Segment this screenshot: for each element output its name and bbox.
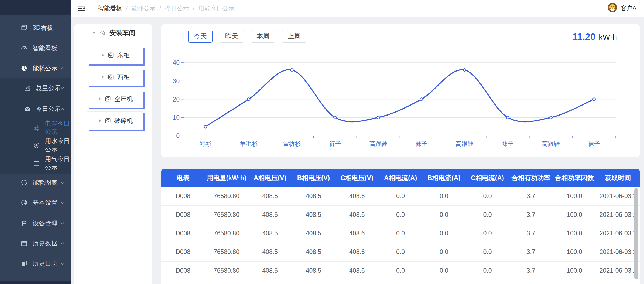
table-cell: 0.0	[422, 224, 466, 243]
sidebar-item-label: 用气今日公示	[45, 155, 71, 172]
breadcrumb-item-今日公示[interactable]: 今日公示	[165, 4, 189, 12]
sidebar-item-3D看板[interactable]: 3D看板	[0, 17, 71, 38]
segmented-circle-icon	[20, 179, 28, 186]
svg-text:雪纺衫: 雪纺衫	[283, 140, 301, 147]
caret-right-icon[interactable]	[98, 97, 101, 101]
breadcrumb-item-智能看板[interactable]: 智能看板	[98, 4, 122, 12]
caret-right-icon[interactable]	[101, 75, 104, 79]
sidebar-item-历史数据[interactable]: 历史数据	[0, 233, 71, 253]
svg-text:裤子: 裤子	[329, 140, 341, 147]
sidebar-item-能耗公示[interactable]: 能耗公示	[0, 58, 71, 79]
breadcrumb-separator: /	[193, 5, 194, 12]
tree-node-label: 破碎机	[114, 117, 133, 125]
table-cell: 0.0	[379, 243, 422, 261]
table-cell: D008	[161, 224, 205, 243]
breadcrumb: 智能看板/能耗公示/今日公示/电能今日公示	[98, 4, 234, 12]
chevron-up-icon	[60, 107, 65, 111]
table-row: D00876580.80408.5408.5408.60.00.00.03.71…	[161, 205, 640, 224]
lion-avatar	[607, 2, 618, 14]
sidebar-item-label: 基本设置	[33, 198, 57, 207]
tree-node-空压机[interactable]: 空压机	[87, 90, 143, 108]
col-header-B相电压(V): B相电压(V)	[292, 169, 335, 187]
calendar-icon	[20, 240, 28, 247]
table-cell: 408.5	[248, 261, 292, 280]
tree-node-破碎机[interactable]: 破碎机	[87, 111, 143, 130]
meter-table: 电表用电量(kW·h)A相电压(V)B相电压(V)C相电压(V)A相电流(A)B…	[161, 169, 640, 280]
table-cell: 408.6	[335, 205, 379, 224]
device-tree-panel: 安装车间 东柜西柜空压机破碎机	[74, 24, 152, 284]
table-cell: 3.7	[509, 243, 553, 261]
table-cell: 2021-06-03 1	[596, 187, 640, 205]
chevron-down-icon	[60, 180, 65, 185]
tree-node-label: 东柜	[117, 51, 130, 59]
svg-text:衬衫: 衬衫	[200, 140, 211, 147]
sidebar-item-label: 今日公示	[36, 105, 61, 113]
user-name: 客户A	[621, 4, 636, 12]
range-button-昨天[interactable]: 昨天	[220, 30, 244, 43]
sidebar-item-总量公示[interactable]: 总量公示	[0, 78, 71, 98]
breadcrumb-separator: /	[126, 5, 128, 12]
pie-chart-icon	[20, 65, 28, 72]
caret-right-icon[interactable]	[98, 119, 101, 123]
sidebar-item-label: 历史数据	[33, 239, 57, 248]
range-button-本周[interactable]: 本周	[251, 30, 275, 43]
home-icon	[99, 29, 106, 36]
chevron-down-icon	[60, 241, 65, 246]
table-cell: 0.0	[379, 205, 422, 224]
table-cell: 0.0	[422, 187, 466, 205]
sidebar: 3D看板智能看板能耗公示总量公示今日公示电能今日公示用水今日公示用气今日公示能耗…	[0, 0, 71, 284]
chevron-down-icon	[60, 221, 65, 226]
table-cell: 0.0	[422, 243, 466, 261]
range-button-今天[interactable]: 今天	[188, 30, 213, 43]
line-chart: 010203040衬衫羊毛衫雪纺衫裤子高跟鞋袜子高跟鞋袜子高跟鞋袜子	[173, 58, 631, 150]
table-cell: 0.0	[466, 205, 509, 224]
table-cell: 0.0	[379, 224, 422, 243]
svg-text:高跟鞋: 高跟鞋	[542, 140, 560, 147]
sidebar-item-历史日志[interactable]: 历史日志	[0, 253, 71, 274]
table-cell: 100.0	[553, 205, 596, 224]
sidebar-item-能耗图表[interactable]: 能耗图表	[0, 172, 71, 193]
sidebar-item-智能看板[interactable]: 智能看板	[0, 38, 71, 58]
tree-node-东柜[interactable]: 东柜	[87, 46, 143, 64]
edit-square-icon	[24, 84, 31, 92]
total-consumption: 11.20 kW·h	[573, 31, 617, 42]
sidebar-item-用水今日公示[interactable]: 用水今日公示	[0, 135, 71, 155]
meter-icon	[108, 74, 114, 80]
chevron-down-icon	[60, 200, 65, 205]
tree-node-西柜[interactable]: 西柜	[87, 68, 143, 86]
table-row: D00876580.80408.5408.5408.60.00.00.03.71…	[161, 187, 640, 205]
tree-root[interactable]: 安装车间	[74, 24, 152, 42]
tree-root-label: 安装车间	[109, 29, 135, 37]
caret-down-icon[interactable]	[92, 31, 96, 35]
sidebar-item-今日公示[interactable]: 今日公示	[0, 99, 71, 119]
user-menu[interactable]: 客户A	[607, 2, 636, 14]
table-cell: 2021-06-03 1	[596, 224, 640, 243]
svg-text:羊毛衫: 羊毛衫	[240, 140, 258, 147]
range-button-上周[interactable]: 上周	[282, 30, 306, 43]
chevron-up-icon	[60, 66, 65, 71]
col-header-获取时间: 获取时间	[596, 169, 640, 187]
sidebar-item-用气今日公示[interactable]: 用气今日公示	[0, 153, 71, 174]
table-cell: 408.6	[335, 187, 379, 205]
table-cell: 408.6	[335, 224, 379, 243]
breadcrumb-separator: /	[159, 5, 161, 12]
dashboard-icon	[20, 45, 28, 52]
table-scrollbar-thumb[interactable]	[634, 188, 638, 279]
breadcrumb-item-能耗公示[interactable]: 能耗公示	[132, 4, 155, 12]
chevron-down-icon	[60, 86, 65, 90]
menu-fold-icon[interactable]	[78, 5, 86, 12]
sidebar-item-label: 智能看板	[33, 44, 57, 52]
sidebar-item-基本设置[interactable]: 基本设置	[0, 192, 71, 213]
table-cell: 3.7	[509, 187, 553, 205]
col-header-合相有功功率: 合相有功功率	[509, 169, 553, 187]
table-cell: 3.7	[509, 261, 553, 280]
table-cell: 0.0	[466, 261, 509, 280]
caret-right-icon[interactable]	[101, 53, 104, 57]
table-cell: 408.5	[248, 205, 292, 224]
table-row: D00876580.80408.5408.5408.60.00.00.03.71…	[161, 224, 640, 243]
sidebar-item-设备管理[interactable]: 设备管理	[0, 213, 71, 234]
breadcrumb-item-电能今日公示[interactable]: 电能今日公示	[198, 4, 234, 12]
svg-text:袜子: 袜子	[588, 140, 600, 147]
sidebar-item-label: 历史日志	[33, 259, 57, 268]
table-cell: D008	[161, 205, 205, 224]
